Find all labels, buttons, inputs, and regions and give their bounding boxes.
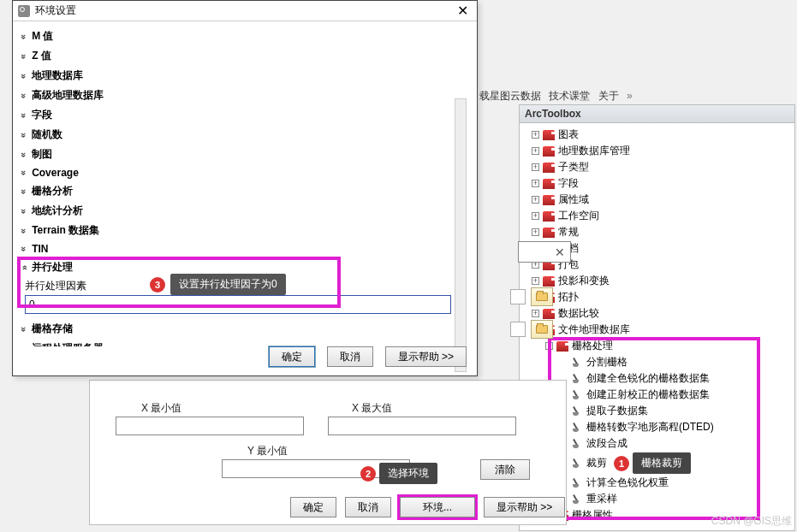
section-raster-analysis[interactable]: 栅格分析 xyxy=(21,181,468,201)
tool-dialog-titlebar: ✕ xyxy=(518,241,571,263)
callout-badge-3: 3 xyxy=(150,277,165,293)
tool-label: 创建正射校正的栅格数据集 xyxy=(586,387,710,402)
close-icon[interactable]: ✕ xyxy=(555,245,565,259)
expand-icon[interactable]: + xyxy=(532,310,539,317)
tree-label: 栅格属性 xyxy=(572,508,613,523)
dialog-body[interactable]: M 值 Z 值 地理数据库 高级地理数据库 字段 随机数 制图 Coverage… xyxy=(13,21,477,346)
xmin-label: X 最小值 xyxy=(141,401,181,416)
section-geostat[interactable]: 地统计分析 xyxy=(21,201,468,221)
parallel-factor-input[interactable] xyxy=(25,295,451,314)
tree-node[interactable]: +属性域 xyxy=(525,192,793,208)
tool-label: 计算全色锐化权重 xyxy=(586,476,669,490)
main-menu[interactable]: 载星图云数据 技术课堂 关于 » xyxy=(479,89,638,103)
dialog-title: 环境设置 xyxy=(35,3,454,18)
tool-label: 分割栅格 xyxy=(586,355,627,369)
tool-label: 提取子数据集 xyxy=(586,404,648,418)
section-m[interactable]: M 值 xyxy=(21,27,468,46)
tool-label: 创建全色锐化的栅格数据集 xyxy=(586,371,710,386)
xmax-label: X 最大值 xyxy=(352,401,392,416)
callout-1: 栅格裁剪 xyxy=(633,452,691,474)
show-help-button[interactable]: 显示帮助 >> xyxy=(484,497,565,517)
toolbox-icon xyxy=(543,179,555,189)
xmin-input[interactable] xyxy=(116,417,304,435)
browse-button[interactable] xyxy=(531,320,553,339)
ok-button[interactable]: 确定 xyxy=(269,346,315,367)
xmax-input[interactable] xyxy=(328,417,516,435)
show-help-button[interactable]: 显示帮助 >> xyxy=(385,346,467,367)
menu-item[interactable]: 载星图云数据 xyxy=(479,90,541,102)
toolbox-icon xyxy=(543,163,555,173)
close-icon[interactable]: ✕ xyxy=(454,3,472,19)
tree-node[interactable]: +拓扑 xyxy=(525,289,793,305)
expand-icon[interactable]: + xyxy=(532,147,539,155)
dialog-titlebar[interactable]: 环境设置 ✕ xyxy=(13,1,477,21)
tree-node[interactable]: +地理数据库管理 xyxy=(525,143,793,159)
expand-icon[interactable]: + xyxy=(532,228,539,236)
folder-icon xyxy=(536,325,548,334)
tool-item[interactable]: 分割栅格 xyxy=(525,354,793,370)
tree-node[interactable]: +字段 xyxy=(525,175,793,192)
hammer-icon xyxy=(573,423,583,433)
expand-icon[interactable]: + xyxy=(532,212,539,220)
expand-icon[interactable]: + xyxy=(532,131,539,139)
cancel-button[interactable]: 取消 xyxy=(345,497,391,517)
section-random[interactable]: 随机数 xyxy=(21,125,468,145)
tree-node[interactable]: +子类型 xyxy=(525,159,793,175)
browse-button[interactable] xyxy=(531,287,553,306)
tree-node[interactable]: +投影和变换 xyxy=(525,273,793,289)
folder-icon xyxy=(536,293,548,301)
input-row xyxy=(510,287,553,306)
section-z[interactable]: Z 值 xyxy=(21,46,468,66)
expand-icon[interactable]: + xyxy=(532,163,539,171)
tree-node[interactable]: +工作空间 xyxy=(525,208,793,224)
clear-button[interactable]: 清除 xyxy=(480,459,530,480)
collapse-icon[interactable]: - xyxy=(545,342,553,350)
tool-label: 裁剪 xyxy=(586,456,607,470)
environments-button[interactable]: 环境... xyxy=(400,497,475,517)
input-box[interactable] xyxy=(510,322,526,337)
section-adv-gdb[interactable]: 高级地理数据库 xyxy=(21,86,468,105)
tree-label: 数据比较 xyxy=(558,306,599,321)
cancel-button[interactable]: 取消 xyxy=(327,346,373,367)
section-fields[interactable]: 字段 xyxy=(21,105,468,125)
section-tin[interactable]: TIN xyxy=(21,240,468,257)
hammer-icon xyxy=(573,374,583,384)
tree-label: 文件地理数据库 xyxy=(558,322,630,337)
callout-3-wrap: 3 设置并行处理因子为0 xyxy=(150,274,286,295)
toolbox-icon xyxy=(543,228,555,238)
callout-2: 选择环境 xyxy=(379,463,437,484)
tree-label: 图表 xyxy=(558,127,579,142)
tree-node[interactable]: +图表 xyxy=(525,127,793,143)
section-raster-storage[interactable]: 栅格存储 xyxy=(21,319,468,339)
tree-label: 常规 xyxy=(558,225,579,239)
callout-badge-2: 2 xyxy=(360,466,376,482)
expand-icon[interactable]: + xyxy=(532,196,539,204)
toolbox-icon xyxy=(543,130,555,140)
section-gdb[interactable]: 地理数据库 xyxy=(21,66,468,86)
tree-node-raster-proc[interactable]: -栅格处理 xyxy=(525,338,793,354)
tool-label: 重采样 xyxy=(586,492,617,506)
section-coverage[interactable]: Coverage xyxy=(21,164,468,181)
tree-label: 属性域 xyxy=(558,192,589,207)
tool-label: 波段合成 xyxy=(586,436,627,451)
expand-icon[interactable]: + xyxy=(532,180,539,187)
ok-button[interactable]: 确定 xyxy=(290,497,336,517)
toolbox-icon xyxy=(543,309,555,319)
expand-icon[interactable]: + xyxy=(532,277,539,285)
tree-node[interactable]: +常规 xyxy=(525,224,793,240)
menu-item[interactable]: 关于 xyxy=(598,90,619,102)
clip-dialog-body: X 最小值 X 最大值 Y 最小值 2 选择环境 清除 确定 取消 环境... … xyxy=(89,380,567,525)
tree-label: 投影和变换 xyxy=(558,274,610,288)
toolbox-icon xyxy=(556,341,568,352)
menu-item[interactable]: 技术课堂 xyxy=(549,90,590,102)
menu-chevrons: » xyxy=(627,90,633,102)
section-terrain[interactable]: Terrain 数据集 xyxy=(21,221,468,240)
tree-label: 栅格处理 xyxy=(572,339,613,353)
input-box[interactable] xyxy=(510,289,526,304)
hammer-icon xyxy=(573,358,583,368)
input-row xyxy=(510,320,553,339)
tree-node[interactable]: +数据比较 xyxy=(525,305,793,322)
scrollbar[interactable] xyxy=(455,98,467,372)
section-carto[interactable]: 制图 xyxy=(21,145,468,164)
tree-node[interactable]: +文件地理数据库 xyxy=(525,322,793,338)
